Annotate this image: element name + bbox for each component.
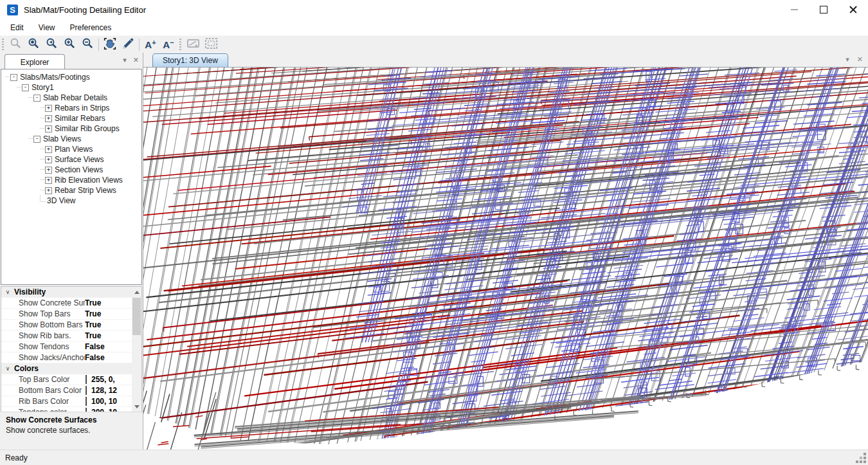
tab-story1-3d-view[interactable]: Story1: 3D View: [152, 53, 228, 67]
property-value-text: 255, 0,: [91, 375, 115, 384]
property-label: Show Top Bars: [1, 309, 85, 318]
expand-icon[interactable]: +: [45, 125, 52, 132]
resize-grip[interactable]: [863, 460, 866, 463]
status-bar: Ready: [0, 450, 868, 465]
tree-connector: [40, 107, 44, 109]
collapse-icon[interactable]: -: [22, 84, 29, 91]
expand-icon[interactable]: +: [45, 146, 52, 153]
property-help-box: Show Concrete Surfaces Show concrete sur…: [1, 412, 142, 450]
zoom-window-button[interactable]: [24, 37, 42, 53]
tree-item-similar-rebars[interactable]: +Similar Rebars: [1, 113, 141, 123]
tree-item-similar-rib-groups[interactable]: +Similar Rib Groups: [1, 123, 141, 134]
expand-icon[interactable]: +: [45, 167, 52, 174]
property-row-show-jacks-anchors[interactable]: Show Jacks/AnchorsFalse: [1, 352, 141, 363]
zoom-out-button[interactable]: [78, 37, 96, 53]
tree-item-label: Section Views: [55, 165, 103, 174]
tree-item-3d-view[interactable]: 3D View: [1, 196, 141, 206]
property-label: Show Jacks/Anchors: [1, 353, 85, 362]
menu-item-edit[interactable]: Edit: [4, 21, 30, 35]
pan-button[interactable]: [101, 37, 119, 53]
expand-icon[interactable]: +: [45, 105, 52, 112]
tree-item-story1[interactable]: -Story1: [1, 82, 141, 93]
tree-item-rib-elevation-views[interactable]: +Rib Elevation Views: [1, 175, 141, 185]
tree-item-rebars-in-strips[interactable]: +Rebars in Strips: [1, 103, 141, 113]
close-button[interactable]: [838, 0, 868, 19]
scroll-down-icon[interactable]: [134, 405, 140, 408]
color-swatch[interactable]: [86, 386, 87, 395]
pencil-icon: [122, 37, 134, 53]
tree-item-slab-views[interactable]: -Slab Views: [1, 134, 141, 144]
explorer-close-icon[interactable]: ✕: [133, 57, 139, 64]
chevron-down-icon[interactable]: ∨: [1, 365, 14, 372]
property-row-show-tendons[interactable]: Show TendonsFalse: [1, 342, 141, 352]
font-increase-button[interactable]: A+: [141, 37, 159, 53]
tree-item-label: 3D View: [47, 196, 75, 205]
3d-viewport-canvas[interactable]: [143, 68, 868, 451]
toolbar: A+A−: [0, 35, 868, 53]
tree-item-slab-rebar-details[interactable]: -Slab Rebar Details: [1, 93, 141, 103]
toolbar-separator: [139, 39, 140, 51]
tree-item-label: Slab Views: [43, 134, 81, 143]
expand-icon[interactable]: +: [45, 177, 52, 184]
explorer-tab-strip: Explorer ▾ ✕: [0, 53, 143, 69]
collapse-icon[interactable]: -: [10, 74, 17, 81]
tree-item-label: Slab Rebar Details: [43, 93, 107, 102]
property-category-visibility[interactable]: ∨Visibility: [1, 287, 141, 298]
app-logo-icon: S: [7, 5, 18, 15]
property-row-bottom-bars-color[interactable]: Bottom Bars Color128, 12: [1, 385, 141, 396]
property-value-text: True: [85, 298, 101, 307]
font-decrease-icon: A: [163, 40, 170, 50]
property-row-show-top-bars[interactable]: Show Top BarsTrue: [1, 309, 141, 320]
font-decrease-button[interactable]: A−: [159, 37, 177, 53]
scroll-up-icon[interactable]: [134, 291, 140, 294]
expand-icon[interactable]: +: [45, 187, 52, 194]
property-label: Show Concrete Surfaces: [1, 298, 85, 307]
tree-connector: [28, 97, 33, 98]
explorer-menu-icon[interactable]: ▾: [123, 57, 127, 64]
maximize-button[interactable]: [809, 0, 838, 19]
toolbar-separator: [98, 39, 99, 51]
tree-item-plan-views[interactable]: +Plan Views: [1, 144, 141, 154]
tree-connector: [17, 87, 21, 88]
collapse-icon[interactable]: -: [33, 136, 41, 143]
document-close-icon[interactable]: ✕: [857, 56, 863, 63]
scroll-thumb[interactable]: [132, 298, 141, 335]
menu-item-preferences[interactable]: Preferences: [63, 21, 118, 35]
expand-icon[interactable]: +: [45, 115, 52, 122]
propgrid-scrollbar[interactable]: [132, 287, 141, 412]
tree-connector: [40, 149, 44, 150]
property-value-text: 100, 10: [91, 397, 117, 406]
draw-button[interactable]: [119, 37, 137, 53]
expand-icon[interactable]: +: [45, 156, 52, 163]
tree-item-section-views[interactable]: +Section Views: [1, 165, 141, 175]
tree-connector: [40, 128, 44, 129]
color-swatch[interactable]: [86, 375, 87, 384]
property-row-show-rib-bars-[interactable]: Show Rib bars.True: [1, 331, 141, 342]
status-text: Ready: [5, 453, 28, 462]
property-category-colors[interactable]: ∨Colors: [1, 363, 141, 374]
property-row-show-concrete-surfaces[interactable]: Show Concrete SurfacesTrue: [1, 298, 141, 309]
property-row-show-bottom-bars[interactable]: Show Bottom BarsTrue: [1, 320, 141, 331]
property-row-rib-bars-color[interactable]: Rib Bars Color100, 10: [1, 396, 141, 407]
toolbar-grip: [2, 39, 4, 51]
tab-explorer[interactable]: Explorer: [5, 54, 65, 69]
property-value-text: False: [85, 353, 105, 362]
minimize-button[interactable]: [779, 0, 809, 19]
tree-item-label: Rebar Strip Views: [55, 186, 116, 195]
tree-item-label: Rib Elevation Views: [55, 176, 123, 185]
property-category-label: Visibility: [14, 287, 46, 296]
chevron-down-icon[interactable]: ∨: [1, 289, 14, 295]
property-row-top-bars-color[interactable]: Top Bars Color255, 0,: [1, 374, 141, 385]
tree-item-slabs-mats-footings[interactable]: -Slabs/Mats/Footings: [1, 72, 141, 82]
zoom-in-button[interactable]: [60, 37, 78, 53]
document-menu-icon[interactable]: ▾: [845, 56, 849, 63]
tree-connector: [40, 169, 44, 170]
tree-item-surface-views[interactable]: +Surface Views: [1, 154, 141, 165]
magnifier-dot-icon: [28, 37, 40, 52]
tree-connector: [28, 138, 33, 140]
collapse-icon[interactable]: -: [33, 95, 41, 102]
tree-item-rebar-strip-views[interactable]: +Rebar Strip Views: [1, 185, 141, 196]
zoom-previous-button[interactable]: [42, 37, 60, 53]
menu-item-view[interactable]: View: [32, 21, 62, 35]
color-swatch[interactable]: [86, 397, 87, 406]
